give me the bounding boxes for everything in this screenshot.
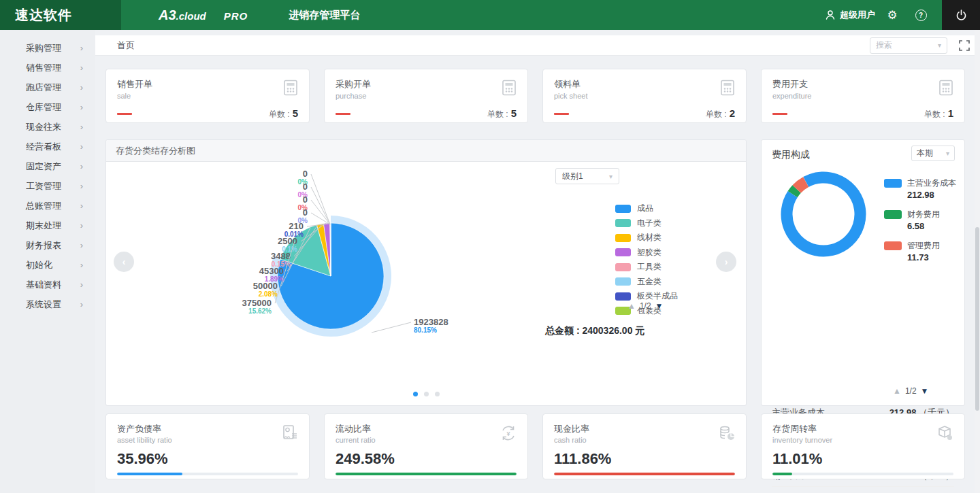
carousel-dot[interactable] xyxy=(424,392,429,396)
pie-label-value: 0 xyxy=(303,169,308,179)
legend-label: 管理费用 xyxy=(907,240,940,252)
fullscreen-button[interactable] xyxy=(958,39,970,52)
sidebar-item-采购管理[interactable]: 采购管理› xyxy=(0,38,95,58)
settings-button[interactable]: ⚙ xyxy=(881,0,904,30)
expense-legend-item-财务费用[interactable]: 财务费用6.58 xyxy=(884,209,956,231)
pager-up-icon[interactable]: ▲ xyxy=(627,301,636,311)
legend-label: 电子类 xyxy=(637,218,662,229)
kpi-card-inventory-turnover[interactable]: 存货周转率inventory turnover11.01% xyxy=(761,413,965,479)
pie-label-value: 375000 xyxy=(242,298,272,308)
legend-label: 塑胶类 xyxy=(637,247,662,258)
period-select[interactable]: 本期 ▾ xyxy=(911,146,955,161)
trend-dash xyxy=(336,113,350,115)
expense-legend-item-主营业务成本[interactable]: 主营业务成本212.98 xyxy=(884,177,956,200)
kpi-progress-track xyxy=(554,473,735,475)
donut-segment-管理费用 xyxy=(796,182,806,189)
search-input[interactable]: 搜索 ▾ xyxy=(870,37,947,54)
expense-legend-item-管理费用[interactable]: 管理费用11.73 xyxy=(884,240,956,262)
brand-cloud: .cloud xyxy=(176,10,206,22)
sidebar-item-label: 工资管理 xyxy=(26,180,61,192)
stat-card-title: 采购开单 xyxy=(336,78,517,90)
chevron-right-icon: › xyxy=(80,43,83,53)
pie-label-value: 0 xyxy=(303,207,308,218)
legend-swatch xyxy=(615,292,631,301)
carousel-next-button[interactable]: › xyxy=(716,252,736,272)
calculator-icon xyxy=(282,79,299,99)
sidebar-item-初始化[interactable]: 初始化› xyxy=(0,255,95,275)
pager-up-icon[interactable]: ▲ xyxy=(893,386,901,396)
chevron-right-icon: › xyxy=(80,122,83,132)
sidebar-item-label: 财务报表 xyxy=(26,239,61,252)
user-menu[interactable]: 超级用户 xyxy=(825,9,875,21)
kpi-cards-row: 资产负债率asset libility ratio35.96%流动比率curre… xyxy=(105,413,965,479)
legend-swatch xyxy=(615,248,631,256)
kpi-title: 现金比率 xyxy=(554,423,735,435)
stat-card-title: 领料单 xyxy=(554,78,735,90)
pager-down-icon[interactable]: ▼ xyxy=(655,301,664,311)
stat-card-title: 销售开单 xyxy=(117,78,298,90)
sidebar-item-期末处理[interactable]: 期末处理› xyxy=(0,216,95,235)
pie-callout-line xyxy=(311,200,330,224)
pie-label-percent: 15.62% xyxy=(248,307,272,315)
carousel-dot[interactable] xyxy=(413,392,418,396)
sidebar-item-工资管理[interactable]: 工资管理› xyxy=(0,176,95,196)
help-button[interactable]: ? xyxy=(909,0,932,30)
coins-icon xyxy=(717,424,736,445)
expense-legend-pager: ▲ 1/2 ▼ xyxy=(893,386,928,396)
pie-label-value: 210 xyxy=(289,221,304,231)
level-select[interactable]: 级别1 ▾ xyxy=(555,168,619,184)
level-select-value: 级别1 xyxy=(562,171,583,182)
sidebar-item-基础资料[interactable]: 基础资料› xyxy=(0,275,95,294)
sidebar-item-系统设置[interactable]: 系统设置› xyxy=(0,294,95,314)
app-logo[interactable]: 速达软件 xyxy=(0,0,121,30)
tab-home[interactable]: 首页 xyxy=(117,39,135,52)
carousel-dot[interactable] xyxy=(435,392,440,396)
kpi-card-current-ratio[interactable]: 流动比率current ratio249.58%¥ xyxy=(324,413,528,479)
logo-text: 速达软件 xyxy=(15,6,72,24)
kpi-value: 111.86% xyxy=(554,450,735,468)
sidebar-item-财务报表[interactable]: 财务报表› xyxy=(0,235,95,255)
chevron-down-icon: ▾ xyxy=(938,41,941,49)
legend-item-塑胶类[interactable]: 塑胶类 xyxy=(615,245,678,260)
sidebar-item-经营看板[interactable]: 经营看板› xyxy=(0,137,95,156)
stat-card-pick-sheet[interactable]: 领料单pick sheet单数 :2 xyxy=(542,69,747,123)
sidebar-item-销售管理[interactable]: 销售管理› xyxy=(0,58,95,78)
sidebar-item-固定资产[interactable]: 固定资产› xyxy=(0,156,95,176)
stat-card-sale[interactable]: 销售开单sale单数 :5 xyxy=(105,69,310,123)
sidebar-item-跑店管理[interactable]: 跑店管理› xyxy=(0,78,95,97)
brand-pro: PRO xyxy=(224,10,248,22)
stat-card-expenditure[interactable]: 费用开支expenditure单数 :1 xyxy=(761,69,965,123)
sidebar-item-总账管理[interactable]: 总账管理› xyxy=(0,196,95,216)
logout-button[interactable] xyxy=(942,0,980,30)
sidebar-item-现金往来[interactable]: 现金往来› xyxy=(0,117,95,137)
legend-item-工具类[interactable]: 工具类 xyxy=(615,260,678,275)
period-select-value: 本期 xyxy=(917,148,933,159)
legend-item-五金类[interactable]: 五金类 xyxy=(615,275,678,290)
kpi-progress-track xyxy=(117,473,298,475)
question-icon: ? xyxy=(915,10,927,21)
legend-item-电子类[interactable]: 电子类 xyxy=(615,216,678,231)
chevron-right-icon: › xyxy=(80,279,83,290)
stat-card-subtitle: purchase xyxy=(336,92,517,100)
pie-label-value: 0 xyxy=(303,182,308,192)
kpi-card-asset-libility-ratio[interactable]: 资产负债率asset libility ratio35.96% xyxy=(105,413,310,479)
chevron-right-icon: › xyxy=(80,102,83,112)
carousel-prev-button[interactable]: ‹ xyxy=(114,252,134,272)
donut-segment-主营业务成本 xyxy=(774,165,873,264)
carousel-dots xyxy=(106,392,746,396)
donut-legend: 主营业务成本212.98财务费用6.58管理费用11.73 xyxy=(884,177,956,271)
sidebar-item-仓库管理[interactable]: 仓库管理› xyxy=(0,97,95,117)
pager-down-icon[interactable]: ▼ xyxy=(921,386,929,396)
chevron-right-icon: › xyxy=(80,141,83,152)
scrollbar-thumb[interactable] xyxy=(975,227,979,411)
kpi-card-cash-ratio[interactable]: 现金比率cash ratio111.86% xyxy=(542,413,747,479)
stat-count-value: 5 xyxy=(511,107,517,119)
app-header: 速达软件 A3.cloud PRO 进销存管理平台 超级用户 ⚙ ? xyxy=(0,0,980,30)
legend-item-线材类[interactable]: 线材类 xyxy=(615,231,678,245)
legend-swatch xyxy=(884,241,902,250)
chevron-right-icon: › xyxy=(80,260,83,270)
expense-donut-chart xyxy=(754,145,892,283)
calculator-icon xyxy=(719,79,736,99)
stat-card-purchase[interactable]: 采购开单purchase单数 :5 xyxy=(324,69,528,123)
legend-item-成品[interactable]: 成品 xyxy=(615,201,678,216)
